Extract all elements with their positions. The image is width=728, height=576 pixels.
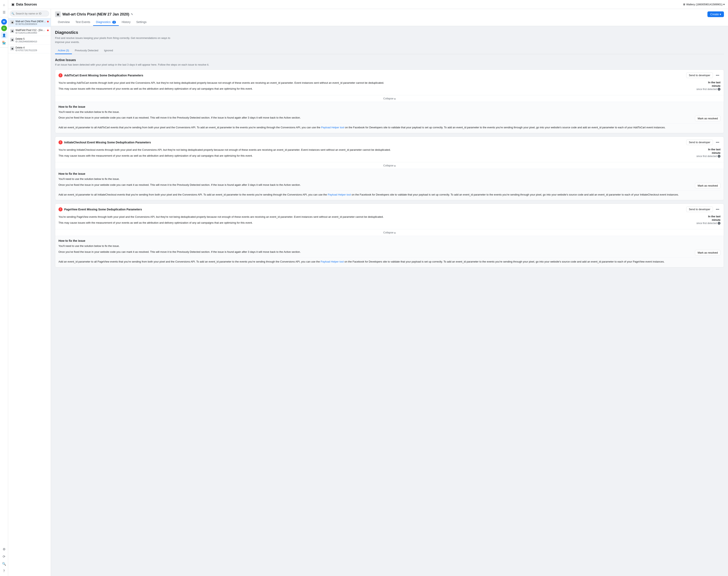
timing-sub: since first detected i [696, 155, 721, 157]
more-options-button[interactable]: ••• [715, 73, 721, 78]
timing-sub-text: since first detected [696, 222, 717, 225]
home-icon[interactable]: ⌂ [1, 2, 7, 8]
mark-resolved-button[interactable]: Mark as resolved [695, 116, 721, 121]
fix-title: How to fix the issue [58, 239, 721, 242]
error-dot [47, 21, 49, 22]
issue-body: You're sending AddToCart events through … [55, 81, 724, 95]
issue-description: You're sending PageView events through b… [58, 215, 693, 227]
timing-label: In the lastminute [696, 215, 721, 222]
timing-label: In the lastminute [696, 81, 721, 88]
icon-sidebar: ⌂ ☰ W + 👤 🏪 ⚙ ⟳ 🔍 ? [0, 0, 8, 576]
tab-test-events[interactable]: Test Events [73, 19, 93, 26]
collapse-bar[interactable]: Collapse ▴ [55, 95, 724, 102]
sub-tab-ignored[interactable]: Ignored [101, 47, 116, 54]
pixel-id: ID 256294665990410 [16, 40, 49, 43]
search-input[interactable] [10, 10, 49, 17]
issue-title: AddToCart Event Missing Some Deduplicati… [64, 74, 684, 77]
pixel-item[interactable]: ▣ WallField Pixel V12 - [Goeie] ID 51824… [8, 27, 51, 36]
timing-label: In the lastminute [696, 148, 721, 155]
issue-desc-2: This may cause issues with the measureme… [58, 87, 693, 91]
mark-resolved-button[interactable]: Mark as resolved [695, 183, 721, 189]
active-issues-desc: If an issue has been detected with your … [55, 63, 724, 66]
pixel-item[interactable]: ▣ Wall-art Chris Pixel (NEW 27 Jan 20...… [8, 18, 51, 27]
sub-tab-previously[interactable]: Previously Detected [72, 47, 101, 54]
diagnostics-content: Diagnostics Find and resolve issues keep… [51, 26, 728, 275]
search-box: 🔍 [8, 9, 51, 18]
create-button[interactable]: Create ▾ [707, 11, 724, 17]
left-panel: 🔍 ▣ Wall-art Chris Pixel (NEW 27 Jan 20.… [8, 9, 51, 576]
user-icon[interactable]: 👤 [1, 32, 7, 38]
bottom-icons: ⚙ ⟳ 🔍 ? [1, 546, 7, 574]
pixel-info: Wall-art Chris Pixel (NEW 27 Jan 20... I… [16, 20, 46, 25]
pixel-item[interactable]: ▣ Delete 4 ID 670171917012229 [8, 45, 51, 53]
issue-desc-1: You're sending AddToCart events through … [58, 81, 693, 85]
menu-icon[interactable]: ☰ [1, 9, 7, 16]
sub-tabs: Active (3) Previously Detected Ignored [55, 47, 724, 54]
mark-resolved-button[interactable]: Mark as resolved [695, 250, 721, 255]
pixel-header-icon: ▣ [55, 11, 61, 17]
fix-row: Once you've fixed the issue in your webs… [58, 183, 721, 189]
content-area: 🔍 ▣ Wall-art Chris Pixel (NEW 27 Jan 20.… [8, 9, 728, 576]
fix-resolve-text: Once you've fixed the issue in your webs… [58, 183, 692, 187]
account-selector[interactable]: 🖥 Wallery (18600590141589901) ▾ [683, 3, 725, 6]
payload-helper-link[interactable]: Payload Helper tool [321, 126, 344, 129]
issue-header: ! PageView Event Missing Some Deduplicat… [55, 204, 724, 215]
fix-row: Once you've fixed the issue in your webs… [58, 250, 721, 255]
add-icon[interactable]: + [1, 25, 7, 31]
fix-title: How to fix the issue [58, 172, 721, 175]
store-icon[interactable]: 🏪 [1, 39, 7, 46]
collapse-bar[interactable]: Collapse ▴ [55, 229, 724, 236]
info-icon[interactable]: i [718, 88, 721, 91]
chevron-down-icon: ▾ [723, 3, 725, 6]
app-container: ▣ Data Sources 🖥 Wallery (18600590141589… [8, 0, 728, 576]
fix-payload: Add an event_id parameter to all AddToCa… [58, 123, 721, 130]
pixel-detail-title: Wall-art Chris Pixel (NEW 27 Jan 2020) [62, 12, 129, 17]
issue-desc-2: This may cause issues with the measureme… [58, 154, 693, 158]
tab-overview[interactable]: Overview [55, 19, 73, 26]
tab-diagnostics[interactable]: Diagnostics 3 [93, 19, 119, 26]
tab-history[interactable]: History [119, 19, 134, 26]
info-icon[interactable]: i [718, 222, 721, 225]
issue-card-pageview: ! PageView Event Missing Some Deduplicat… [55, 203, 724, 267]
fix-title: How to fix the issue [58, 105, 721, 108]
info-icon[interactable]: i [718, 155, 721, 157]
timing-sub-text: since first detected [696, 88, 717, 91]
issue-header: ! AddToCart Event Missing Some Deduplica… [55, 70, 724, 81]
fix-row: Once you've fixed the issue in your webs… [58, 116, 721, 121]
fix-resolve-text: Once you've fixed the issue in your webs… [58, 116, 692, 120]
gear-icon[interactable]: ⚙ [1, 546, 7, 552]
collapse-bar[interactable]: Collapse ▴ [55, 162, 724, 169]
history-icon[interactable]: ⟳ [1, 553, 7, 560]
issue-header: ! InitiateCheckout Event Missing Some De… [55, 137, 724, 148]
pixel-info: Delete 5 ID 256294665990410 [16, 37, 49, 43]
issue-desc-2: This may cause issues with the measureme… [58, 221, 693, 225]
help-icon[interactable]: ? [1, 568, 7, 574]
issue-description: You're sending InitiateCheckout events t… [58, 148, 693, 160]
send-to-developer-button[interactable]: Send to developer [686, 206, 713, 212]
more-options-button[interactable]: ••• [715, 207, 721, 212]
avatar-icon[interactable]: W [1, 19, 7, 25]
fix-section: How to fix the issue You'll need to use … [55, 236, 724, 267]
search-wrapper: 🔍 [10, 10, 49, 17]
fix-desc: You'll need to use the solution below to… [58, 244, 721, 248]
timing-sub: since first detected i [696, 222, 721, 225]
fix-section: How to fix the issue You'll need to use … [55, 102, 724, 133]
payload-helper-link[interactable]: Payload Helper tool [328, 193, 351, 196]
sub-tab-active[interactable]: Active (3) [55, 47, 72, 54]
fix-payload: Add an event_id parameter to all PageVie… [58, 257, 721, 264]
fix-section: How to fix the issue You'll need to use … [55, 169, 724, 200]
pixel-item[interactable]: ▣ Delete 5 ID 256294665990410 [8, 36, 51, 45]
more-options-button[interactable]: ••• [715, 140, 721, 145]
issue-title: InitiateCheckout Event Missing Some Dedu… [64, 141, 684, 144]
issue-desc-1: You're sending InitiateCheckout events t… [58, 148, 693, 152]
send-to-developer-button[interactable]: Send to developer [686, 73, 713, 78]
tab-settings[interactable]: Settings [134, 19, 149, 26]
zoom-icon[interactable]: 🔍 [1, 560, 7, 567]
payload-helper-link[interactable]: Payload Helper tool [321, 260, 344, 263]
pixel-name: Delete 5 [16, 37, 49, 40]
pixel-header: ▣ Wall-art Chris Pixel (NEW 27 Jan 2020)… [51, 9, 728, 26]
pixel-id: ID 518241139533950 [16, 32, 46, 34]
send-to-developer-button[interactable]: Send to developer [686, 140, 713, 145]
edit-icon[interactable]: ✎ [131, 12, 133, 16]
issue-body: You're sending PageView events through b… [55, 215, 724, 229]
